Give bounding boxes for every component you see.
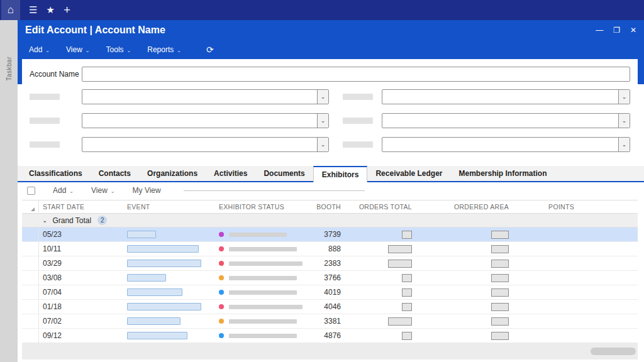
cell-points	[513, 271, 578, 285]
tab-receivable-ledger[interactable]: Receivable Ledger	[367, 166, 450, 181]
orders-total-box	[402, 332, 412, 340]
group-row-grand-total[interactable]: ⌄ Grand Total 2	[22, 214, 638, 228]
ordered-area-box	[491, 288, 509, 297]
table-row[interactable]: 07/044019	[22, 285, 638, 300]
cell-filler	[578, 329, 638, 343]
ordered-area-box	[491, 317, 509, 326]
star-icon[interactable]: ★	[46, 4, 54, 16]
column-header-points[interactable]: POINTS	[513, 200, 578, 213]
table-row[interactable]: 01/184046	[22, 300, 638, 314]
cell-exhibitor-status	[215, 228, 306, 241]
tab-membership-information[interactable]: Membership Information	[451, 166, 555, 181]
tab-exhibitors[interactable]: Exhibitors	[313, 166, 368, 182]
dropdown-field[interactable]: ⌄	[82, 137, 329, 152]
status-text-placeholder	[229, 319, 297, 324]
grid-toolbar: Add ⌄ View ⌄ My View	[22, 182, 638, 199]
chevron-down-icon[interactable]: ⌄	[618, 114, 630, 128]
menu-view[interactable]: View⌄	[66, 45, 90, 54]
toolbar-view-label: View	[91, 186, 108, 195]
column-header-orders-total[interactable]: ORDERS TOTAL	[345, 200, 416, 213]
column-header-exhibitor-status[interactable]: EXHIBITOR STATUS	[215, 200, 306, 213]
cell-ordered-area	[416, 242, 513, 256]
cell-orders-total	[345, 329, 416, 343]
row-selector-cell[interactable]	[22, 242, 39, 256]
cell-ordered-area	[416, 300, 513, 314]
cell-orders-total	[345, 242, 416, 256]
table-row[interactable]: 03/292383	[22, 256, 638, 271]
row-selector-cell[interactable]	[22, 271, 39, 285]
column-header-booth[interactable]: BOOTH	[306, 200, 345, 213]
dropdown-field[interactable]: ⌄	[382, 89, 630, 104]
menu-reports[interactable]: Reports⌄	[147, 45, 181, 54]
cell-ordered-area	[416, 256, 513, 270]
orders-total-box	[402, 274, 412, 282]
chevron-down-icon: ⌄	[111, 189, 115, 194]
tab-organizations[interactable]: Organizations	[139, 166, 206, 181]
horizontal-scrollbar[interactable]	[591, 348, 636, 355]
tab-classifications[interactable]: Classifications	[21, 166, 91, 181]
menu-icon[interactable]: ☰	[29, 4, 37, 16]
orders-total-box	[388, 260, 412, 268]
chevron-down-icon[interactable]: ⌄	[618, 138, 630, 151]
row-selector-cell[interactable]	[22, 285, 39, 299]
chevron-down-icon[interactable]: ⌄	[317, 138, 328, 151]
row-selector-cell[interactable]	[22, 329, 39, 343]
status-indicator-dot	[219, 232, 224, 237]
tab-activities[interactable]: Activities	[206, 166, 255, 181]
cell-points	[513, 300, 578, 314]
table-row[interactable]: 07/023381	[22, 314, 638, 329]
select-all-checkbox[interactable]	[27, 187, 35, 195]
account-name-row: Account Name	[30, 67, 630, 82]
tab-documents[interactable]: Documents	[255, 166, 313, 181]
cell-booth: 4046	[306, 300, 345, 314]
event-duration-bar	[127, 332, 187, 339]
status-text-placeholder	[229, 290, 297, 295]
dropdown-field[interactable]: ⌄	[382, 137, 630, 152]
event-duration-bar	[127, 260, 201, 267]
column-header-ordered-area[interactable]: ORDERED AREA	[416, 200, 513, 213]
table-row[interactable]: 09/124876	[22, 329, 638, 343]
home-icon[interactable]: ⌂	[1, 0, 20, 20]
dropdown-field[interactable]: ⌄	[82, 89, 329, 104]
chevron-down-icon: ⌄	[69, 189, 74, 194]
minimize-button[interactable]: —	[596, 26, 603, 34]
status-indicator-dot	[219, 275, 224, 280]
cell-points	[513, 256, 578, 270]
account-name-input[interactable]	[82, 67, 630, 82]
refresh-icon[interactable]: ⟳	[206, 45, 214, 55]
ordered-area-box	[491, 245, 509, 253]
cell-event	[123, 329, 215, 343]
group-row-label: Grand Total	[52, 216, 91, 225]
table-row[interactable]: 10/11888	[22, 242, 638, 256]
row-selector-cell[interactable]	[22, 228, 39, 241]
table-row[interactable]: 03/083766	[22, 271, 638, 285]
row-selector-cell[interactable]	[22, 300, 39, 314]
row-selector-cell[interactable]	[22, 256, 39, 270]
menu-add[interactable]: Add⌄	[29, 45, 50, 54]
dropdown-field[interactable]: ⌄	[382, 113, 630, 128]
chevron-down-icon[interactable]: ⌄	[317, 114, 328, 128]
cell-orders-total	[345, 256, 416, 270]
row-selector-cell[interactable]	[22, 314, 39, 328]
collapse-icon[interactable]: ⌄	[42, 217, 47, 224]
chevron-down-icon[interactable]: ⌄	[618, 90, 630, 104]
cell-ordered-area	[416, 271, 513, 285]
cell-start-date: 05/23	[39, 228, 123, 241]
toolbar-add-button[interactable]: Add ⌄	[53, 186, 74, 195]
toolbar-my-view-button[interactable]: My View	[133, 186, 161, 195]
column-header-start-date[interactable]: START DATE	[39, 200, 123, 213]
orders-total-box	[402, 303, 412, 311]
table-row[interactable]: 05/233739	[22, 228, 638, 242]
cell-ordered-area	[416, 228, 513, 241]
menu-tools[interactable]: Tools⌄	[106, 45, 131, 54]
form-row: ⌄⌄	[30, 113, 630, 128]
plus-icon[interactable]: +	[64, 3, 70, 17]
tab-contacts[interactable]: Contacts	[91, 166, 139, 181]
window-controls: —❐✕	[596, 26, 636, 34]
restore-button[interactable]: ❐	[613, 26, 620, 34]
column-header-event[interactable]: EVENT	[123, 200, 215, 213]
close-button[interactable]: ✕	[630, 26, 636, 34]
toolbar-view-button[interactable]: View ⌄	[91, 186, 115, 195]
dropdown-field[interactable]: ⌄	[82, 113, 329, 128]
chevron-down-icon[interactable]: ⌄	[317, 90, 328, 104]
